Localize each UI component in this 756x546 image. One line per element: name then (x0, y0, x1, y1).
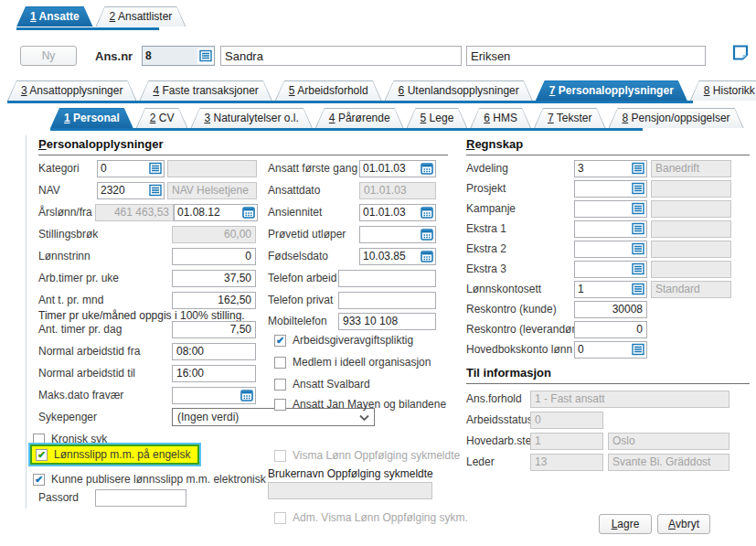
reskontro-kunde-field[interactable] (574, 301, 647, 318)
lookup-icon[interactable] (630, 221, 646, 237)
lookup-icon[interactable] (630, 342, 646, 358)
calendar-icon[interactable] (240, 205, 257, 220)
arslonn-date-field[interactable] (174, 204, 258, 221)
calendar-icon[interactable] (419, 205, 435, 220)
tab-utenlandsopplysninger[interactable]: 6 Utenlandsopplysninger (385, 80, 533, 101)
provetid-input[interactable] (360, 228, 419, 241)
tab-pensjon-oppsigelser[interactable]: 8 Pensjon/oppsigelser (609, 108, 744, 128)
nav-field[interactable] (97, 182, 165, 199)
svalbard-checkbox[interactable] (274, 379, 286, 391)
ansiennitet-input[interactable] (360, 206, 419, 219)
tab-lege[interactable]: 5 Lege (407, 108, 468, 128)
publisere-checkbox[interactable] (33, 474, 45, 486)
lookup-icon[interactable] (630, 161, 646, 177)
employee-no-field[interactable] (142, 46, 215, 66)
ansatt-forste-input[interactable] (360, 162, 419, 176)
hovedbok-field[interactable] (574, 341, 647, 359)
avdeling-field[interactable] (574, 160, 647, 177)
ekstra1-input[interactable] (575, 222, 630, 236)
ideell-checkbox[interactable] (274, 357, 286, 369)
lookup-icon[interactable] (630, 201, 646, 217)
provetid-field[interactable] (359, 226, 436, 243)
first-name-field[interactable] (220, 46, 462, 66)
svalbard-checkbox-row[interactable]: Ansatt Svalbard (274, 375, 370, 393)
fodselsdato-field[interactable] (359, 248, 436, 265)
kronisk-syk-checkbox[interactable] (33, 434, 45, 445)
cancel-button[interactable]: Avbryt (657, 514, 710, 534)
new-button[interactable]: Ny (20, 46, 77, 66)
last-name-field[interactable] (466, 46, 706, 66)
note-icon[interactable] (730, 43, 751, 66)
ideell-checkbox-row[interactable]: Medlem i ideell organisasjon (274, 353, 431, 371)
reskontro-lev-field[interactable] (574, 321, 647, 338)
lookup-icon[interactable] (630, 282, 646, 297)
ekstra3-input[interactable] (575, 262, 630, 276)
lookup-icon[interactable] (147, 183, 164, 198)
tab-historikk[interactable]: 8 Historikk (690, 80, 756, 101)
lonnskontosett-field[interactable] (574, 281, 647, 298)
arbtimer-uke-field[interactable] (172, 270, 256, 287)
tab-ansattlister[interactable]: 2 Ansattlister (96, 6, 186, 27)
save-button[interactable]: Lagre (599, 514, 652, 534)
calendar-icon[interactable] (419, 227, 435, 242)
ekstra1-field[interactable] (574, 220, 647, 238)
hovedarbsted-text-field (608, 433, 729, 450)
calendar-icon[interactable] (419, 161, 435, 177)
ant-timer-dag-field[interactable] (172, 321, 256, 338)
ekstra3-field[interactable] (574, 261, 647, 278)
kategori-input[interactable] (98, 162, 147, 176)
arbeidstid-fra-field[interactable] (172, 343, 256, 360)
tab-cv[interactable]: 2 CV (136, 108, 188, 128)
prosjekt-field[interactable] (574, 180, 647, 198)
kategori-field[interactable] (97, 160, 165, 177)
nav-input[interactable] (98, 184, 147, 198)
lookup-icon[interactable] (197, 48, 214, 64)
tab-faste-transaksjoner[interactable]: 4 Faste transaksjoner (139, 80, 272, 101)
publisere-checkbox-row[interactable]: Kunne publisere lønnsslipp m.m. elektron… (33, 470, 266, 488)
tab-personalopplysninger[interactable]: 7 Personalopplysninger (536, 80, 687, 101)
ekstra2-input[interactable] (575, 242, 630, 256)
aga-checkbox[interactable] (274, 335, 286, 347)
lookup-icon[interactable] (630, 241, 646, 257)
maksdato-input[interactable] (173, 389, 239, 402)
telefon-privat-field[interactable] (338, 292, 436, 309)
calendar-icon[interactable] (419, 249, 435, 264)
avdeling-input[interactable] (575, 162, 630, 176)
janmayen-checkbox[interactable] (274, 399, 286, 411)
employee-no-input[interactable] (143, 49, 197, 63)
tab-tekster[interactable]: 7 Tekster (534, 108, 606, 128)
tab-ansattopplysninger[interactable]: 3 Ansattopplysninger (7, 80, 136, 101)
lookup-icon[interactable] (147, 161, 164, 177)
arbeidstid-til-field[interactable] (172, 365, 256, 382)
ant-t-mnd-field[interactable] (172, 292, 256, 309)
calendar-icon[interactable] (239, 388, 255, 403)
tab-arbeidsforhold[interactable]: 5 Arbeidsforhold (275, 80, 382, 101)
janmayen-checkbox-row[interactable]: Ansatt Jan Mayen og bilandene (274, 395, 446, 413)
maksdato-field[interactable] (172, 387, 256, 404)
telefon-arbeid-field[interactable] (338, 270, 436, 287)
lookup-icon[interactable] (630, 262, 646, 277)
passord-field[interactable] (95, 489, 186, 507)
prosjekt-input[interactable] (575, 182, 630, 196)
tab-hms[interactable]: 6 HMS (470, 108, 531, 128)
lonnstrinn-field[interactable] (172, 248, 256, 265)
lonnsslipp-engelsk-checkbox[interactable] (36, 449, 48, 461)
ekstra2-field[interactable] (574, 241, 647, 258)
kampanje-field[interactable] (574, 200, 647, 218)
lonnskontosett-input[interactable] (575, 283, 630, 296)
ansatt-forste-field[interactable] (359, 160, 436, 177)
fodselsdato-input[interactable] (360, 250, 419, 263)
tab-personal[interactable]: 1 Personal (50, 108, 133, 128)
kampanje-input[interactable] (575, 202, 630, 216)
tab-parorende[interactable]: 4 Pårørende (315, 108, 404, 128)
hovedbok-input[interactable] (575, 343, 630, 357)
tab-ansatte[interactable]: 1 Ansatte (16, 6, 93, 27)
ansiennitet-field[interactable] (359, 204, 436, 221)
lookup-icon[interactable] (630, 181, 646, 197)
aga-checkbox-row[interactable]: Arbeidsgiveravgiftspliktig (274, 331, 413, 349)
tab-naturalytelser[interactable]: 3 Naturalytelser o.l. (190, 108, 312, 128)
passord-row: Passord (38, 488, 186, 507)
mobiltelefon-field[interactable] (338, 313, 436, 330)
lonnsslipp-engelsk-highlight[interactable]: Lønnsslipp m.m. på engelsk (30, 444, 199, 465)
arslonn-date-input[interactable] (175, 206, 240, 219)
